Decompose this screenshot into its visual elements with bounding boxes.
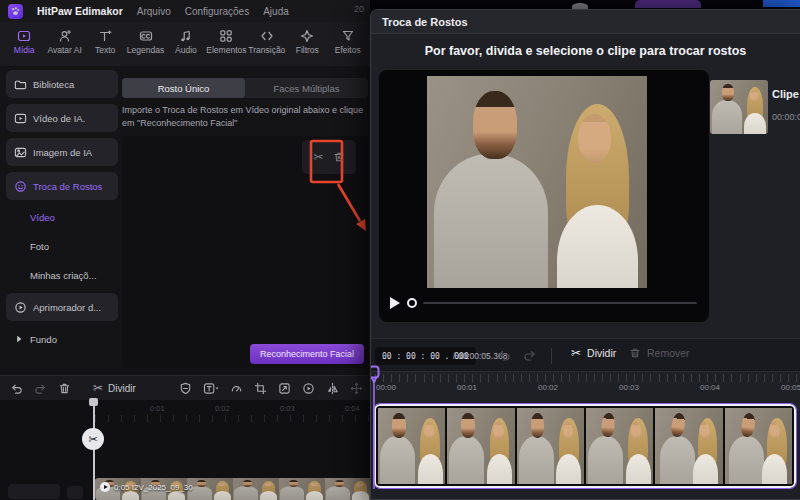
timeline[interactable]: 0:01 0:02 0:03 0:04 0:05 I2V_2025_09_30 … (0, 400, 370, 500)
upload-area[interactable]: ✂ Reconhecimento Facial (122, 136, 368, 368)
ruler-label: 0:01 (150, 404, 165, 413)
clip-name: Clipe (772, 88, 800, 100)
clip-info-label: 0:05 I2V_2025_09_30 (100, 482, 193, 492)
sidebar-item-video-ia[interactable]: Vídeo de IA. (6, 104, 118, 132)
trash-icon (629, 347, 641, 359)
ruler-label: 00:05 (781, 383, 800, 392)
mask-icon[interactable] (179, 382, 192, 395)
clip-tools: ✂ (302, 140, 356, 174)
tab-filtros[interactable]: Filtros (287, 25, 327, 66)
dialog-titlebar[interactable]: Troca de Rostos (371, 10, 800, 34)
split-button[interactable]: ✂ Dividir (93, 382, 136, 394)
ruler-label: 00:02 (538, 383, 558, 392)
tab-audio[interactable]: Áudio (166, 25, 206, 66)
filters-icon (300, 29, 314, 43)
edit-toolbar: ✂ Dividir (0, 375, 370, 400)
tabbar: Mídia Avatar AI Texto Legendas Áudio Ele… (0, 22, 370, 66)
track-chip[interactable] (8, 484, 60, 499)
sidebar-item-biblioteca[interactable]: Biblioteca (6, 70, 118, 98)
tab-elementos[interactable]: Elementos (206, 25, 246, 66)
ruler-label: 0:04 (345, 404, 360, 413)
play-button[interactable] (390, 297, 400, 309)
playhead-handle[interactable] (89, 398, 98, 406)
sidebar: Biblioteca Vídeo de IA. Imagem de IA Tro… (6, 70, 118, 357)
dialog-timeline-clip[interactable] (374, 404, 796, 488)
media-icon (17, 29, 31, 43)
filmstrip-frame (378, 408, 445, 484)
source-video-preview (155, 182, 287, 305)
sidebar-item-video[interactable]: Vídeo (6, 206, 118, 228)
playback-speed-icon[interactable] (302, 382, 315, 395)
sidebar-item-imagem-ia[interactable]: Imagem de IA (6, 138, 118, 166)
sidebar-item-troca-de-rostos[interactable]: Troca de Rostos (6, 172, 118, 200)
screen: HitPaw Edimakor Arquivo Configurações Aj… (0, 0, 800, 500)
tab-faces-multiplas[interactable]: Faces Múltiplas (245, 78, 368, 98)
filmstrip-frame (655, 408, 722, 484)
transform-icon[interactable] (278, 382, 291, 395)
split-cursor-badge[interactable]: ✂ (82, 428, 104, 450)
tab-midia[interactable]: Mídia (4, 25, 44, 66)
timeline-ruler[interactable] (95, 415, 370, 422)
expand-triangle-icon (14, 334, 24, 344)
ruler-label: 0:02 (215, 404, 230, 413)
ruler-label: 00:01 (457, 383, 477, 392)
dialog-playhead[interactable] (370, 365, 381, 495)
crop-icon[interactable] (254, 382, 267, 395)
delete-icon[interactable] (333, 151, 345, 163)
redo-icon[interactable] (523, 348, 537, 362)
speed-gauge-icon[interactable] (230, 382, 243, 395)
instruction-text: Importe o Troca de Rostos em Vídeo origi… (122, 104, 364, 130)
ai-image-icon (14, 146, 27, 159)
menu-arquivo[interactable]: Arquivo (137, 6, 171, 17)
scissors-icon[interactable]: ✂ (313, 151, 323, 163)
playhead-line[interactable] (93, 400, 95, 500)
split-button[interactable]: ✂ Dividir (571, 347, 616, 359)
dialog-timeline-ruler[interactable]: 00:00 00:01 00:02 00:03 00:04 00:05 (371, 366, 800, 396)
sidebar-item-minhas-criacoes[interactable]: Minhas criaçõ... (6, 264, 118, 286)
audio-icon (179, 29, 193, 43)
face-swap-dialog: Troca de Rostos Por favor, divida e sele… (370, 9, 800, 500)
undo-icon[interactable] (10, 382, 23, 395)
menu-ajuda[interactable]: Ajuda (263, 6, 289, 17)
video-frame (427, 76, 647, 288)
transition-icon (260, 29, 274, 43)
clip-frame (325, 478, 370, 500)
face-swap-icon (14, 180, 27, 193)
tab-texto[interactable]: Texto (85, 25, 125, 66)
sidebar-item-fundo[interactable]: Fundo (6, 327, 118, 351)
library-icon (14, 78, 27, 91)
menu-configuracoes[interactable]: Configurações (185, 6, 249, 17)
filmstrip-frame (725, 408, 792, 484)
ai-video-icon (14, 112, 27, 125)
sidebar-item-aprimorador[interactable]: Aprimorador d... (6, 293, 118, 321)
seek-handle[interactable] (407, 298, 417, 308)
wallpaper-shape (635, 0, 701, 8)
captions-icon (139, 29, 153, 43)
move-icon[interactable] (350, 382, 363, 395)
tab-efeitos[interactable]: Efeitos (328, 25, 368, 66)
app-title: HitPaw Edimakor (37, 5, 123, 17)
tab-avatar-ai[interactable]: Avatar AI (44, 25, 84, 66)
flip-icon[interactable] (326, 382, 339, 395)
face-recognition-button[interactable]: Reconhecimento Facial (250, 344, 364, 364)
clip-frame (233, 478, 279, 500)
tab-rosto-unico[interactable]: Rosto Único (122, 78, 245, 98)
remove-button[interactable]: Remover (629, 347, 690, 359)
dialog-heading: Por favor, divida e selecione o clipe pa… (371, 44, 800, 58)
play-badge-icon (100, 482, 110, 492)
seek-track[interactable] (423, 302, 697, 304)
main-window: HitPaw Edimakor Arquivo Configurações Aj… (0, 0, 370, 500)
tab-transicao[interactable]: Transição (247, 25, 287, 66)
filmstrip-frame (447, 408, 514, 484)
text-icon (98, 29, 112, 43)
clip-thumbnail[interactable] (710, 80, 768, 134)
tab-legendas[interactable]: Legendas (125, 25, 165, 66)
text-box-icon[interactable] (203, 382, 219, 395)
scissors-icon: ✂ (93, 382, 103, 394)
enhancer-icon (14, 301, 27, 314)
undo-icon[interactable] (497, 348, 511, 362)
trash-icon[interactable] (58, 382, 71, 395)
sidebar-item-foto[interactable]: Foto (6, 235, 118, 257)
redo-icon[interactable] (34, 382, 47, 395)
track-chip[interactable] (67, 486, 83, 499)
